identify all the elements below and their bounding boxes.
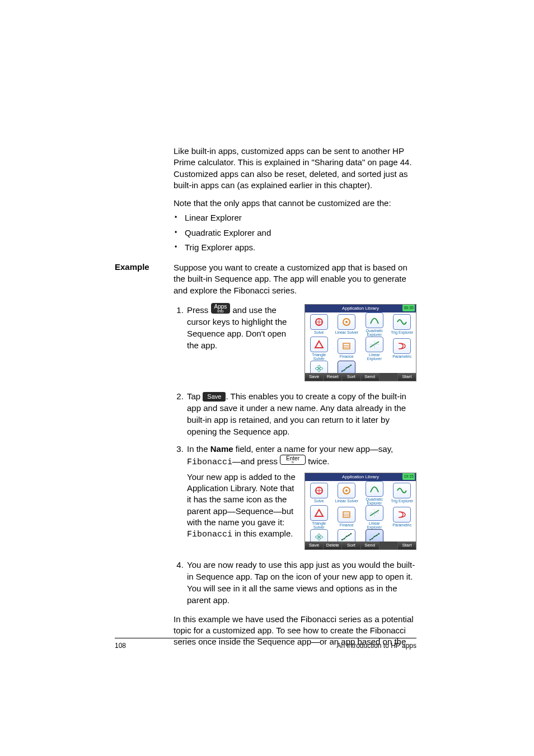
svg-point-15 (348, 366, 350, 367)
trig-explorer-icon (393, 314, 411, 330)
trig-explorer-icon-2 (393, 483, 411, 498)
screenshot-app-library-2: Application Library 19:15 Solve Linear S… (305, 473, 416, 550)
menu2-send: Send (361, 542, 380, 549)
step3-text-c: —and press (232, 456, 280, 466)
svg-point-37 (376, 534, 377, 536)
svg-marker-5 (315, 341, 323, 348)
svg-point-36 (373, 535, 375, 537)
triangle-solver-icon (310, 337, 328, 352)
menu1-reset: Reset (324, 373, 342, 381)
svg-point-33 (350, 533, 352, 534)
step3-sub-b: in this example. (232, 529, 293, 538)
screenshot1-time: 08:35 (402, 305, 415, 311)
step3-sub-a: Your new app is added to the Application… (187, 472, 296, 527)
page-number: 108 (115, 642, 126, 650)
linear-solver-icon (338, 314, 355, 330)
bullet-quadratic-explorer: Quadratic Explorer and (185, 227, 416, 239)
step4-text: You are now ready to use this app just a… (187, 560, 415, 605)
bullet-trig-explorer: Trig Explorer apps. (185, 242, 416, 253)
svg-point-32 (348, 534, 350, 536)
svg-point-14 (346, 367, 348, 368)
screenshot2-menu: Save Delete Sort Send Start (305, 542, 416, 549)
menu2-sort: Sort (342, 542, 360, 549)
footer: 108 An introduction to HP apps (115, 642, 416, 650)
svg-marker-22 (315, 510, 323, 516)
linear-explorer-icon (366, 337, 383, 352)
screenshot2-title: Application Library (342, 474, 379, 480)
page: Like built-in apps, customized apps can … (0, 0, 534, 756)
quadratic-explorer-icon-2 (366, 481, 383, 497)
triangle-solver-icon-2 (310, 505, 328, 521)
intro-paragraph-1: Like built-in apps, customized apps can … (174, 146, 416, 191)
screenshot-app-library-1: Application Library 08:35 Solve Linear S… (305, 304, 416, 381)
svg-point-29 (341, 539, 343, 540)
linear-explorer-label: Linear Explorer (362, 353, 387, 361)
screenshot2-titlebar: Application Library 19:15 (305, 473, 416, 481)
triangle-solver-label: Triangle Solver (306, 353, 332, 361)
linear-explorer-icon-2 (366, 505, 383, 521)
trig-explorer-label: Trig Explorer (391, 330, 413, 334)
svg-point-31 (346, 535, 348, 537)
step1-text-a: Press (187, 305, 211, 315)
menu1-save: Save (305, 373, 324, 381)
svg-point-30 (344, 538, 345, 539)
screenshot2-time: 19:15 (402, 473, 415, 480)
quadratic-explorer-icon (366, 312, 383, 328)
cannot-customize-list: Linear Explorer Quadratic Explorer and T… (174, 212, 416, 253)
step3-text-a: In the (187, 444, 210, 454)
quadratic-explorer-label: Quadratic Explorer (362, 329, 387, 337)
name-field-label: Name (210, 444, 233, 454)
example-label: Example (115, 262, 149, 272)
parametric-icon (393, 338, 411, 354)
menu1-start: Start (398, 373, 416, 381)
finance-icon-2 (338, 507, 355, 522)
step3-text-d: twice. (306, 456, 330, 466)
intro-paragraph-2: Note that the only apps that cannot be c… (174, 198, 416, 209)
enter-key-icon: Enter≈ (280, 455, 306, 465)
menu1-send: Send (361, 373, 380, 381)
fibonacci-code-2: Fibonacci (187, 530, 232, 539)
linear-solver-icon-2 (338, 483, 355, 498)
save-softkey-icon: Save (203, 392, 226, 402)
step-4: You are now ready to use this app just a… (186, 559, 416, 606)
step-1: Application Library 08:35 Solve Linear S… (186, 303, 416, 385)
menu1-sort: Sort (342, 373, 360, 381)
screenshot1-titlebar: Application Library 08:35 (305, 305, 416, 312)
svg-point-4 (345, 321, 348, 323)
screenshot1-title: Application Library (342, 305, 379, 311)
svg-point-34 (369, 539, 371, 540)
step3-text-b: field, enter a name for your new app—say… (233, 444, 394, 454)
footer-title: An introduction to HP apps (336, 642, 416, 650)
svg-point-38 (378, 533, 380, 534)
svg-point-35 (371, 538, 373, 539)
bullet-linear-explorer: Linear Explorer (185, 212, 416, 223)
parametric-icon-2 (393, 507, 411, 522)
parametric-label: Parametric (392, 354, 411, 358)
content: Like built-in apps, customized apps can … (115, 146, 416, 648)
menu2-start: Start (398, 542, 416, 549)
example-steps: Application Library 08:35 Solve Linear S… (174, 303, 416, 606)
solve-icon-2 (310, 483, 328, 498)
linear-solver-label: Linear Solver (335, 330, 358, 334)
svg-point-21 (345, 489, 348, 492)
fibonacci-code-1: Fibonacci (187, 458, 232, 467)
finance-icon (338, 338, 355, 354)
menu2-save: Save (305, 542, 324, 549)
svg-point-16 (350, 364, 352, 366)
svg-rect-23 (343, 512, 350, 517)
solve-label: Solve (314, 330, 324, 334)
step-2: Tap Save. This enables you to create a c… (186, 390, 416, 437)
step-3: In the Name field, enter a name for your… (186, 443, 416, 553)
svg-point-12 (341, 370, 343, 372)
finance-label: Finance (340, 354, 354, 358)
apps-key-icon: AppsInfo (211, 303, 231, 314)
screenshot1-menu: Save Reset Sort Send Start (305, 373, 416, 381)
example-intro: Suppose you want to create a customized … (174, 262, 416, 296)
svg-rect-6 (343, 343, 350, 349)
solve-icon (310, 314, 328, 330)
step2-text-a: Tap (187, 391, 203, 401)
menu2-delete: Delete (324, 542, 342, 549)
footer-rule (115, 638, 416, 638)
example-section: Example Suppose you want to create a cus… (115, 262, 416, 648)
svg-point-13 (344, 369, 345, 371)
